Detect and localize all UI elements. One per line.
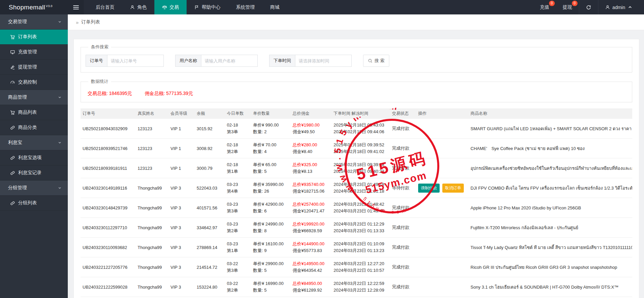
cell-today-orders: 03-23第2单 [227, 221, 253, 234]
nav-item-帮助中心[interactable]: 帮助中心 [187, 0, 228, 14]
sidebar-item-充值管理[interactable]: 充值管理 [0, 45, 68, 60]
refresh-button[interactable] [579, 0, 598, 14]
nav-item-商城[interactable]: 商城 [262, 0, 287, 14]
chevron-down-icon [58, 95, 62, 99]
nav-item-后台首页[interactable]: 后台首页 [88, 0, 122, 14]
cell-times: 2024年03月23日 01:10:092024年03月23日 01:13:23 [334, 241, 392, 254]
table-header-cell: 下单时间 解冻时间 [334, 111, 392, 116]
sidebar-item-利息宝记录[interactable]: 利息宝记录 [0, 165, 68, 181]
cell-unit-price-qty: 单价¥ 16100.00数量: 9 [253, 241, 293, 254]
cell-balance: 3000.79 [197, 166, 227, 171]
order-no-input[interactable] [107, 55, 164, 67]
recharge-nav-item[interactable]: 充值 0 [533, 0, 556, 14]
username-input[interactable] [201, 55, 258, 67]
sidebar-group-交易管理[interactable]: 交易管理 [0, 14, 68, 30]
cell-real-name: Thongcha99 [138, 205, 170, 210]
sidebar-item-交易控制[interactable]: 交易控制 [0, 75, 68, 90]
nav-item-系统管理[interactable]: 系统管理 [228, 0, 262, 14]
stats-line: 交易总额: 1846395元 佣金总额: 577135.39元 [86, 89, 627, 99]
sidebar-item-label: 商品列表 [18, 109, 37, 115]
cell-total-commission: 总价¥1980.00佣金¥49.50 [293, 122, 334, 135]
cell-real-name: Thongcha99 [138, 225, 170, 230]
link-icon [10, 201, 15, 206]
cell-times: 2025年02月18日 09:39:522025年02月18日 09:41:02 [334, 142, 392, 155]
cell-times: 2024年03月23日 01:48:422024年03月23日 01:49:46 [334, 201, 392, 214]
sidebar-item-利息宝选项[interactable]: 利息宝选项 [0, 150, 68, 165]
order-time-input[interactable] [295, 55, 352, 67]
flag-icon [194, 5, 199, 10]
table-row: UB2403221227205776 Thongcha99 VIP 3 2145… [81, 257, 632, 277]
cell-product-name: Sony 3.1 ch โฮมเธียเตอร์ & SOUNDBAR | HT… [470, 284, 632, 291]
main-content: » 订单列表 条件搜索 订单号 用户名称 下单时间 [68, 14, 644, 298]
cell-unit-price-qty: 单价¥ 70.00数量: 4 [253, 142, 293, 155]
user-menu[interactable]: admin [598, 0, 639, 14]
cell-vip-level: VIP 3 [170, 205, 197, 210]
nav-item-交易[interactable]: 交易 [154, 0, 187, 14]
sidebar-item-商品列表[interactable]: 商品列表 [0, 105, 68, 120]
table-header-row: 订单号真实姓名会员等级余额今日单数单价数量总价佣金下单时间 解冻时间交易状态操作… [81, 108, 632, 119]
order-time-label: 下单时间 [269, 55, 295, 67]
cell-trade-status: 完成付款 [392, 165, 418, 171]
cell-vip-level: VIP 3 [170, 265, 197, 270]
cell-balance: 3008.92 [197, 146, 227, 151]
order-no-group: 订单号 [86, 55, 164, 67]
table-row: UB2403230148429739 Thongcha99 VIP 3 4015… [81, 198, 632, 218]
cell-total-commission: 总价¥149500.00佣金¥64354.42 [293, 260, 334, 274]
cell-order-no: UB2403230110093682 [81, 245, 138, 250]
hamburger-icon [73, 4, 79, 10]
sidebar-item-提现管理[interactable]: 提现管理 [0, 60, 68, 75]
sidebar-toggle-button[interactable] [68, 0, 84, 14]
force-pay-button[interactable]: 强制付款 [418, 184, 440, 193]
table-row: UB2403221222599028 Thongcha99 VIP 3 1532… [81, 277, 632, 297]
cell-product-name: CHAME' Sye Coffee Pack (ชาเม่ ชาย คอฟฟี่… [470, 145, 632, 152]
sidebar-group-商品管理[interactable]: 商品管理 [0, 90, 68, 105]
cell-order-no: UB2403221222599028 [81, 285, 138, 290]
nav-item-label: 系统管理 [236, 4, 255, 10]
cell-vip-level: VIP 1 [170, 146, 197, 151]
cell-balance: 334642.97 [197, 225, 227, 230]
cell-today-orders: 03-23第1单 [227, 241, 253, 254]
sidebar-item-label: 分组列表 [18, 200, 37, 206]
table-header-cell: 交易状态 [392, 111, 418, 116]
stat-commission-amount: 佣金总额: 577135.39元 [145, 91, 193, 96]
cell-unit-price-qty: 单价¥ 29900.00数量: 5 [253, 260, 293, 274]
nav-item-label: 商城 [270, 4, 280, 10]
cancel-order-button[interactable]: 取消订单 [442, 184, 464, 193]
table-header-cell: 今日单数 [227, 111, 253, 116]
nav-item-角色[interactable]: 角色 [122, 0, 154, 14]
app-logo-version: V3.0 [46, 4, 53, 8]
content-card: 条件搜索 订单号 用户名称 下单时间 搜 索 [73, 39, 639, 298]
cell-total-commission: 总价¥199920.00佣金¥66928.59 [293, 221, 334, 234]
nav-item-label: 角色 [137, 4, 147, 10]
sidebar-item-分组列表[interactable]: 分组列表 [0, 196, 68, 211]
cell-today-orders: 02-18第1单 [227, 161, 253, 175]
sidebar-group-利息宝[interactable]: 利息宝 [0, 135, 68, 150]
table-header-cell: 单价数量 [253, 111, 293, 116]
sidebar-group-分组管理[interactable]: 分组管理 [0, 181, 68, 196]
sidebar-item-label: 商品分类 [18, 125, 37, 131]
nav-item-label: 交易 [169, 4, 179, 10]
cell-trade-status: 完成付款 [392, 244, 418, 250]
cell-today-orders: 02-18第3单 [227, 122, 253, 135]
gauge-icon [10, 80, 15, 85]
sidebar-item-订单列表[interactable]: 订单列表 [0, 30, 68, 45]
withdraw-nav-item[interactable]: 提现 0 [556, 0, 579, 14]
cell-vip-level: VIP 3 [170, 186, 197, 191]
sidebar-item-商品分类[interactable]: 商品分类 [0, 120, 68, 135]
link-icon [10, 170, 15, 176]
cell-unit-price-qty: 单价¥ 65.00数量: 5 [253, 161, 293, 175]
cell-balance: 522043.03 [197, 186, 227, 191]
sidebar-item-label: 利息宝选项 [18, 155, 42, 161]
cell-product-name: Apple iPhone 12 Pro Max 2020 iStudio by … [470, 205, 632, 210]
user-icon [605, 5, 610, 10]
username-label-box: 用户名称 [175, 55, 201, 67]
cell-balance: 401571.56 [197, 205, 227, 210]
table-row: UB2403230112297710 Thongcha99 VIP 3 3346… [81, 218, 632, 238]
sidebar-item-label: 提现管理 [18, 64, 37, 70]
table-row: UB2502180939521746 123123 VIP 1 3008.92 … [81, 139, 632, 158]
table-row: UB2502180943032909 123123 VIP 1 3015.92 … [81, 119, 632, 139]
search-button[interactable]: 搜 索 [363, 55, 389, 67]
page-title: 订单列表 [81, 19, 100, 25]
cell-today-orders: 03-23第3单 [227, 201, 253, 214]
cell-balance: 3015.92 [197, 126, 227, 131]
